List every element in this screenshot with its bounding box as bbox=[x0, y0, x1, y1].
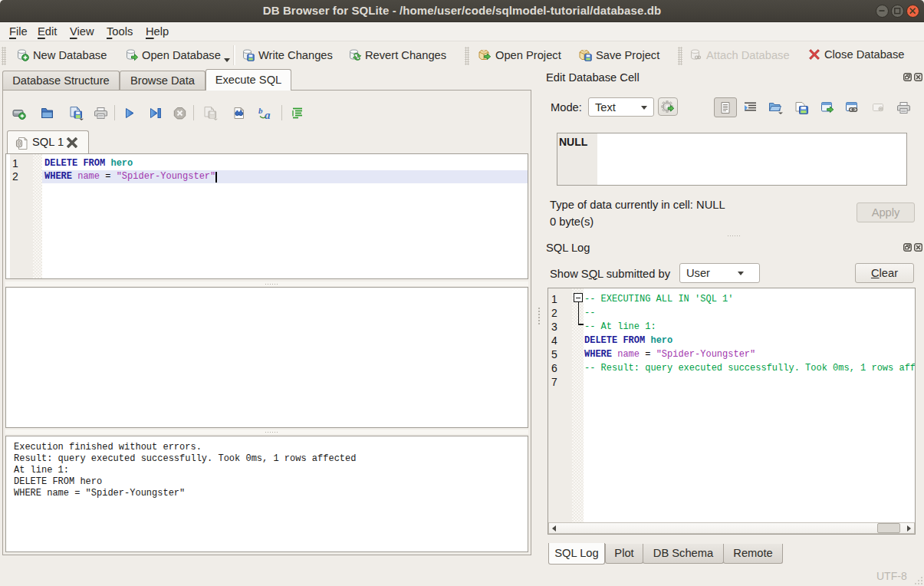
svg-text:a: a bbox=[265, 109, 271, 120]
svg-text:b: b bbox=[258, 106, 263, 115]
